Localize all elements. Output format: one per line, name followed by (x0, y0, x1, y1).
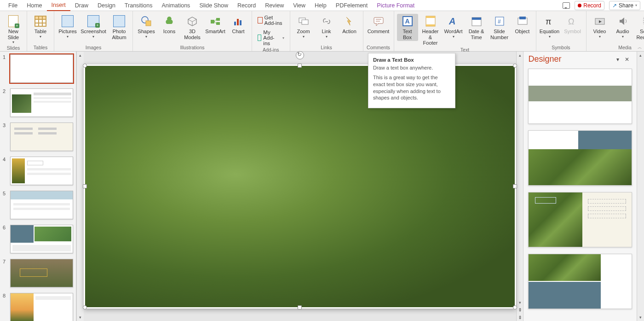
tab-review[interactable]: Review (260, 0, 288, 11)
slide-thumb-2[interactable]: 2 (0, 88, 76, 122)
tooltip-line2: This is a great way to get the exact tex… (373, 74, 450, 101)
screen-recording-label: Screen Recording (636, 29, 644, 40)
designer-suggestions[interactable] (523, 67, 637, 321)
svg-text:A: A (448, 16, 455, 26)
wordart-button[interactable]: AWordArt▾ (443, 14, 464, 40)
action-button[interactable]: Action (339, 14, 360, 35)
shapes-button[interactable]: Shapes▾ (136, 14, 157, 40)
share-button[interactable]: ↗Share▾ (609, 1, 640, 10)
tab-slideshow[interactable]: Slide Show (195, 0, 233, 11)
resize-handle-sw[interactable] (83, 305, 87, 309)
screen-recording-button[interactable]: Screen Recording (635, 14, 644, 41)
slide-thumb-6[interactable]: 6 (0, 224, 76, 258)
ribbon: + New Slide ▾ Slides Table ▾ Tables Pict… (0, 11, 644, 52)
slide-thumb-5[interactable]: 5 (0, 190, 76, 224)
resize-handle-ne[interactable] (513, 64, 517, 68)
tab-view[interactable]: View (288, 0, 310, 11)
record-button[interactable]: Record (575, 1, 604, 10)
text-box-button[interactable]: AText Box (397, 14, 418, 41)
smartart-button[interactable]: SmartArt (205, 14, 226, 35)
tab-home[interactable]: Home (22, 0, 46, 11)
get-addins-button[interactable]: Get Add-ins (255, 14, 287, 27)
date-time-button[interactable]: Date & Time (466, 14, 487, 41)
tab-help[interactable]: Help (310, 0, 331, 11)
design-suggestion-3[interactable] (528, 192, 632, 247)
group-images: Pictures▾ Screenshot▾ Photo Album Images (54, 11, 133, 51)
resize-handle-w[interactable] (83, 184, 87, 188)
pictures-button[interactable]: Pictures▾ (57, 14, 78, 40)
design-suggestion-4[interactable] (528, 254, 632, 309)
comment-button[interactable]: Comment (366, 14, 391, 35)
group-addins: Get Add-ins My Add-ins ▾ Add-ins (252, 11, 290, 51)
header-footer-label: Header & Footer (421, 29, 440, 46)
group-media: Video▾ Audio▾ Screen Recording Media (586, 11, 644, 51)
icons-label: Icons (163, 29, 175, 35)
screenshot-button[interactable]: Screenshot▾ (80, 14, 107, 40)
equation-button[interactable]: πEquation▾ (539, 14, 560, 40)
3d-models-button[interactable]: 3D Models (182, 14, 203, 41)
rotate-handle[interactable] (296, 51, 304, 59)
object-button[interactable]: Object (512, 14, 533, 35)
tab-insert[interactable]: Insert (47, 0, 70, 11)
svg-rect-10 (374, 18, 383, 23)
design-suggestion-2[interactable] (528, 130, 632, 186)
symbol-label: Symbol (564, 29, 581, 35)
resize-handle-s[interactable] (298, 305, 302, 309)
textbox-tooltip: Draw a Text Box Draw a text box anywhere… (368, 53, 455, 108)
link-button[interactable]: Link▾ (316, 14, 337, 40)
link-label: Link (322, 29, 331, 35)
svg-rect-7 (240, 20, 242, 25)
slide-thumb-8[interactable]: 8 (0, 292, 76, 321)
zoom-button[interactable]: Zoom▾ (293, 14, 314, 40)
tab-transitions[interactable]: Transitions (120, 0, 157, 11)
my-addins-label: My Add-ins (263, 29, 277, 46)
resize-handle-se[interactable] (513, 305, 517, 309)
design-suggestion-1[interactable] (528, 69, 632, 124)
icons-button[interactable]: Icons (159, 14, 180, 35)
resize-handle-n[interactable] (298, 64, 302, 68)
svg-rect-9 (302, 20, 308, 24)
tab-design[interactable]: Design (93, 0, 120, 11)
audio-label: Audio (616, 29, 629, 35)
resize-handle-e[interactable] (513, 184, 517, 188)
group-tables-label: Tables (34, 45, 47, 51)
header-footer-button[interactable]: Header & Footer (420, 14, 441, 47)
tab-draw[interactable]: Draw (70, 0, 93, 11)
chart-label: Chart (232, 29, 245, 35)
resize-handle-nw[interactable] (83, 64, 87, 68)
group-links-label: Links (321, 45, 332, 51)
canvas-scrollbar[interactable]: ▴▾⇞⇟ (516, 52, 523, 321)
slide-thumb-4[interactable]: 4 (0, 156, 76, 190)
designer-close-icon[interactable]: ✕ (622, 55, 632, 64)
comments-icon[interactable] (563, 2, 570, 9)
tab-pdfelement[interactable]: PDFelement (331, 0, 372, 11)
slide-thumb-3[interactable]: 3 (0, 122, 76, 156)
designer-scrollbar[interactable]: ▴▾ (637, 52, 644, 321)
slide-thumb-1[interactable]: 1 (0, 53, 76, 88)
audio-button[interactable]: Audio▾ (612, 14, 633, 40)
tab-picture-format[interactable]: Picture Format (372, 0, 419, 11)
slide-number-button[interactable]: #Slide Number (489, 14, 510, 41)
tooltip-title: Draw a Text Box (373, 57, 450, 63)
photo-album-button[interactable]: Photo Album (109, 14, 130, 41)
collapse-ribbon-icon[interactable]: ︿ (638, 44, 642, 51)
new-slide-button[interactable]: + New Slide ▾ (3, 14, 24, 45)
video-button[interactable]: Video▾ (589, 14, 610, 40)
slide-number-label: Slide Number (490, 29, 508, 40)
symbol-button[interactable]: ΩSymbol (562, 14, 583, 35)
tooltip-line1: Draw a text box anywhere. (373, 64, 450, 71)
slide-thumb-7[interactable]: 7 (0, 258, 76, 292)
table-button[interactable]: Table ▾ (30, 14, 51, 40)
svg-rect-15 (426, 24, 435, 26)
workspace: 1 2 3 4 5 6 7 8 ▴▾ ▴▾⇞⇟ (0, 52, 644, 321)
chart-button[interactable]: Chart (228, 14, 249, 35)
tab-file[interactable]: File (4, 0, 22, 11)
slide-thumbnails-pane[interactable]: 1 2 3 4 5 6 7 8 (0, 52, 76, 321)
text-box-label: Text Box (402, 29, 412, 40)
svg-rect-1 (146, 21, 151, 26)
tab-animations[interactable]: Animations (157, 0, 195, 11)
record-label: Record (583, 2, 601, 9)
designer-dropdown-icon[interactable]: ▾ (614, 55, 622, 64)
my-addins-button[interactable]: My Add-ins ▾ (255, 29, 287, 47)
tab-record[interactable]: Record (233, 0, 260, 11)
